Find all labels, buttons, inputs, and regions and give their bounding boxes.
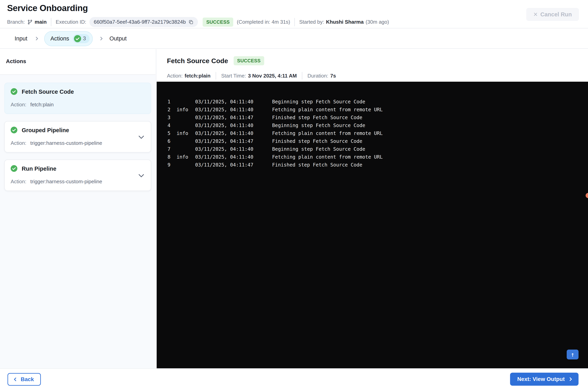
actions-sidebar: Actions Fetch Source CodeAction:fetch:pl… xyxy=(0,49,156,368)
card-action: Action:trigger:harness-custom-pipeline xyxy=(11,179,145,185)
detail-status-badge: SUCCESS xyxy=(234,56,264,65)
log-line-number: 6 xyxy=(168,137,177,145)
log-timestamp: 03/11/2025, 04:11:47 xyxy=(195,137,272,145)
action-card-run-pipeline[interactable]: Run PipelineAction:trigger:harness-custo… xyxy=(4,160,151,191)
card-action-value: fetch:plain xyxy=(30,101,54,108)
header-meta-row: Branch: main Execution ID: 660f50a7-5eef… xyxy=(7,17,389,27)
next-view-output-button[interactable]: Next: View Output xyxy=(510,373,579,386)
card-action: Action:fetch:plain xyxy=(11,101,145,108)
log-timestamp: 03/11/2025, 04:11:40 xyxy=(195,98,272,106)
log-line: 2info03/11/2025, 04:11:40Fetching plain … xyxy=(168,106,588,114)
status-badge: SUCCESS xyxy=(203,17,233,27)
log-message: Finished step Fetch Source Code xyxy=(272,137,362,145)
scroll-to-top-button[interactable]: ↑ xyxy=(567,350,579,359)
started-by-label: Started by: xyxy=(299,19,324,25)
back-button[interactable]: Back xyxy=(7,373,41,386)
log-line: 603/11/2025, 04:11:47Finished step Fetch… xyxy=(168,137,588,145)
log-level xyxy=(177,137,195,145)
log-line-number: 9 xyxy=(168,161,177,169)
started-by-name: Khushi Sharma xyxy=(326,19,364,25)
actions-count: 3 xyxy=(83,35,86,42)
log-line: 103/11/2025, 04:11:40Beginning step Fetc… xyxy=(168,98,588,106)
branch-label: Branch: xyxy=(7,19,25,25)
cancel-run-label: Cancel Run xyxy=(540,11,572,18)
card-action-label: Action: xyxy=(11,140,26,146)
log-level xyxy=(177,98,195,106)
chevron-right-icon xyxy=(568,377,572,381)
tab-actions[interactable]: Actions 3 xyxy=(44,31,93,46)
log-timestamp: 03/11/2025, 04:11:40 xyxy=(195,129,272,137)
step-tab-bar: Input Actions 3 Output xyxy=(0,29,588,49)
chevron-right-icon xyxy=(34,37,38,40)
card-title: Grouped Pipeline xyxy=(22,127,69,134)
success-check-icon xyxy=(74,35,81,42)
log-message: Beginning step Fetch Source Code xyxy=(272,98,365,106)
log-console: 103/11/2025, 04:11:40Beginning step Fetc… xyxy=(157,82,588,368)
execution-id-label: Execution ID: xyxy=(56,19,86,25)
chevron-down-icon[interactable] xyxy=(138,133,144,139)
log-level xyxy=(177,161,195,169)
cancel-run-button[interactable]: × Cancel Run xyxy=(526,8,579,21)
card-title: Fetch Source Code xyxy=(22,89,74,95)
card-title: Run Pipeline xyxy=(22,166,56,172)
detail-duration-value: 7s xyxy=(330,73,336,79)
close-icon: × xyxy=(533,11,537,18)
execution-id-value: 660f50a7-5eef-43a6-9ff7-2a2179c3824b xyxy=(94,19,186,25)
log-timestamp: 03/11/2025, 04:11:40 xyxy=(195,145,272,153)
chevron-right-icon xyxy=(99,37,102,40)
log-message: Beginning step Fetch Source Code xyxy=(272,145,365,153)
card-action-value: trigger:harness-custom-pipeline xyxy=(30,140,102,146)
log-message: Finished step Fetch Source Code xyxy=(272,161,362,169)
actions-count-chip: 3 xyxy=(73,34,90,43)
log-lines: 103/11/2025, 04:11:40Beginning step Fetc… xyxy=(168,98,588,169)
log-line: 903/11/2025, 04:11:47Finished step Fetch… xyxy=(168,161,588,169)
log-line: 8info03/11/2025, 04:11:40Fetching plain … xyxy=(168,153,588,161)
card-title-row: Fetch Source Code xyxy=(11,88,145,95)
card-action: Action:trigger:harness-custom-pipeline xyxy=(11,140,145,146)
completed-in-text: (Completed in: 4m 31s) xyxy=(237,19,290,25)
log-line-number: 1 xyxy=(168,98,177,106)
log-level: info xyxy=(177,106,195,114)
card-title-row: Run Pipeline xyxy=(11,165,145,172)
divider xyxy=(51,18,51,26)
divider xyxy=(302,72,302,80)
log-level xyxy=(177,121,195,129)
copy-icon[interactable] xyxy=(189,19,194,25)
step-detail-header: Fetch Source Code SUCCESS Action: fetch:… xyxy=(157,49,588,82)
footer: Back Next: View Output xyxy=(0,368,588,391)
log-timestamp: 03/11/2025, 04:11:47 xyxy=(195,114,272,121)
success-check-icon xyxy=(11,127,18,134)
detail-action-value: fetch:plain xyxy=(185,73,210,79)
log-level: info xyxy=(177,153,195,161)
branch-name: main xyxy=(35,19,47,25)
log-line: 303/11/2025, 04:11:47Finished step Fetch… xyxy=(168,114,588,121)
tab-actions-label: Actions xyxy=(51,35,69,42)
back-label: Back xyxy=(21,376,34,383)
log-line-number: 5 xyxy=(168,129,177,137)
card-action-label: Action: xyxy=(11,101,26,108)
log-timestamp: 03/11/2025, 04:11:40 xyxy=(195,121,272,129)
log-timestamp: 03/11/2025, 04:11:40 xyxy=(195,106,272,114)
log-message: Beginning step Fetch Source Code xyxy=(272,121,365,129)
log-line: 403/11/2025, 04:11:40Beginning step Fetc… xyxy=(168,121,588,129)
divider xyxy=(294,18,295,26)
card-action-label: Action: xyxy=(11,179,26,185)
log-timestamp: 03/11/2025, 04:11:40 xyxy=(195,153,272,161)
chevron-down-icon[interactable] xyxy=(138,172,144,177)
log-line: 5info03/11/2025, 04:11:40Fetching plain … xyxy=(168,129,588,137)
sidebar-heading: Actions xyxy=(0,49,156,74)
detail-title-row: Fetch Source Code SUCCESS xyxy=(167,56,264,65)
tab-output[interactable]: Output xyxy=(107,35,129,42)
next-label: Next: View Output xyxy=(517,376,565,382)
actions-card-list: Fetch Source CodeAction:fetch:plainGroup… xyxy=(0,74,156,368)
detail-title: Fetch Source Code xyxy=(167,57,228,65)
log-message: Fetching plain content from remote URL xyxy=(272,153,383,161)
log-line-number: 3 xyxy=(168,114,177,121)
tab-input[interactable]: Input xyxy=(13,35,29,42)
action-card-grouped-pipeline[interactable]: Grouped PipelineAction:trigger:harness-c… xyxy=(4,121,151,153)
chevron-left-icon xyxy=(14,377,18,381)
action-card-fetch-source-code[interactable]: Fetch Source CodeAction:fetch:plain xyxy=(4,83,151,114)
log-message: Fetching plain content from remote URL xyxy=(272,106,383,114)
log-line-number: 2 xyxy=(168,106,177,114)
log-line-number: 8 xyxy=(168,153,177,161)
